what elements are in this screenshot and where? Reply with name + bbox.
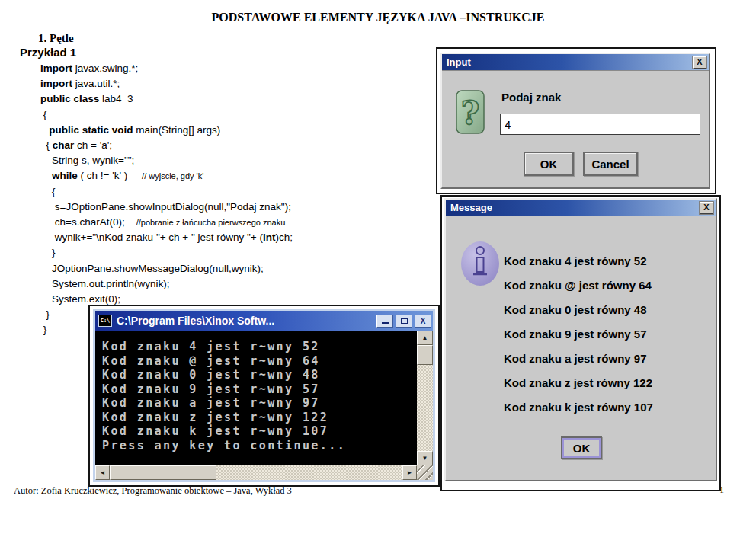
section-heading: 1. Pętle	[38, 32, 74, 45]
char-input-field[interactable]	[500, 114, 700, 135]
slide-page: PODSTAWOWE ELEMENTY JĘZYKA JAVA –INSTRUK…	[0, 0, 756, 534]
code-line: String s, wynik="";	[40, 153, 293, 168]
input-dialog-titlebar[interactable]: Input X	[442, 54, 709, 71]
message-line: Kod znaku 4 jest równy 52	[504, 254, 653, 279]
console-client-area: Kod znaku 4 jest r~wny 52Kod znaku @ jes…	[95, 331, 433, 480]
question-icon: ?	[456, 90, 485, 134]
console-line: Kod znaku 9 jest r~wny 57	[102, 382, 417, 397]
message-line: Kod znaku a jest równy 97	[504, 352, 653, 376]
svg-text:?: ?	[461, 94, 480, 132]
code-line: while ( ch != 'k' ) // wyjscie, gdy 'k'	[40, 168, 293, 184]
code-line: JOptionPane.showMessageDialog(null,wynik…	[40, 261, 293, 277]
console-line: Kod znaku a jest r~wny 97	[102, 396, 417, 411]
code-line: import java.util.*;	[40, 76, 293, 91]
scroll-down-button[interactable]: ▼	[417, 451, 433, 465]
code-line: public static void main(String[] args)	[40, 123, 293, 138]
console-titlebar[interactable]: C:\ C:\Program Files\Xinox Softw... X	[95, 311, 433, 331]
footer-author: Autor: Zofia Kruczkiewicz, Programowanie…	[14, 485, 292, 497]
vertical-scrollbar[interactable]: ▲ ▼	[417, 331, 433, 465]
code-line: import javax.swing.*;	[40, 61, 293, 76]
input-dialog: Input X ? Podaj znak OK Cancel	[440, 53, 710, 189]
horizontal-scrollbar[interactable]: ◄ ►	[95, 465, 417, 480]
code-line: public class lab4_3	[40, 91, 293, 107]
console-output: Kod znaku 4 jest r~wny 52Kod znaku @ jes…	[95, 331, 417, 465]
message-line: Kod znaku z jest równy 122	[504, 376, 653, 401]
input-ok-button[interactable]: OK	[524, 152, 574, 176]
message-text-block: Kod znaku 4 jest równy 52Kod znaku @ jes…	[504, 254, 653, 425]
console-line: Press any key to continue...	[102, 439, 417, 453]
input-cancel-button[interactable]: Cancel	[583, 152, 638, 176]
message-ok-button[interactable]: OK	[561, 436, 602, 459]
java-code-block: import javax.swing.*;import java.util.*;…	[40, 61, 293, 338]
code-line: s=JOptionPane.showInputDialog(null,"Poda…	[40, 200, 293, 215]
console-minimize-button[interactable]	[376, 315, 393, 328]
scroll-right-button[interactable]: ►	[402, 465, 417, 480]
message-dialog: Message X Kod znaku 4 jest równy 52Kod z…	[444, 198, 717, 481]
console-line: Kod znaku 4 jest r~wny 52	[102, 340, 417, 354]
message-line: Kod znaku k jest równy 107	[504, 401, 653, 425]
console-line: Kod znaku k jest r~wny 107	[102, 424, 417, 439]
maximize-icon	[401, 318, 408, 324]
message-line: Kod znaku 9 jest równy 57	[504, 328, 653, 352]
page-number: 1	[719, 484, 724, 496]
input-dialog-title: Input	[447, 56, 693, 68]
input-prompt-label: Podaj znak	[501, 91, 561, 104]
message-dialog-titlebar[interactable]: Message X	[446, 200, 716, 216]
console-close-button[interactable]: X	[415, 315, 431, 328]
code-line: wynik+="\nKod znaku "+ ch + " jest równy…	[40, 230, 293, 245]
horizontal-scroll-thumb[interactable]	[110, 465, 216, 480]
info-icon	[460, 241, 500, 286]
vertical-scroll-thumb[interactable]	[417, 345, 433, 365]
console-screenshot-frame: C:\ C:\Program Files\Xinox Softw... X Ko…	[88, 305, 440, 487]
message-dialog-close-button[interactable]: X	[700, 202, 713, 214]
minimize-icon	[382, 318, 389, 324]
code-line: {	[40, 184, 293, 200]
console-maximize-button[interactable]	[396, 315, 412, 328]
console-line: Kod znaku z jest r~wny 122	[102, 411, 417, 425]
input-dialog-close-button[interactable]: X	[693, 56, 706, 69]
page-title: PODSTAWOWE ELEMENTY JĘZYKA JAVA –INSTRUK…	[0, 11, 756, 24]
console-line: Kod znaku 0 jest r~wny 48	[102, 368, 417, 382]
code-line: ch=s.charAt(0); //pobranie z łańcucha pi…	[40, 215, 293, 230]
message-line: Kod znaku 0 jest równy 48	[504, 303, 653, 328]
console-line: Kod znaku @ jest r~wny 64	[102, 354, 417, 369]
message-dialog-screenshot-frame: Message X Kod znaku 4 jest równy 52Kod z…	[440, 195, 721, 491]
scroll-left-button[interactable]: ◄	[95, 465, 110, 480]
code-line: }	[40, 245, 293, 261]
console-title: C:\Program Files\Xinox Softw...	[112, 315, 374, 327]
code-line: {	[40, 107, 293, 123]
code-line: System.out.println(wynik);	[40, 277, 293, 292]
console-window: C:\ C:\Program Files\Xinox Softw... X Ko…	[93, 309, 435, 482]
resize-grip[interactable]	[417, 465, 433, 480]
example-heading: Przykład 1	[20, 46, 76, 59]
message-line: Kod znaku @ jest równy 64	[504, 279, 653, 303]
input-dialog-screenshot-frame: Input X ? Podaj znak OK Cancel	[436, 47, 716, 194]
message-dialog-title: Message	[450, 202, 700, 213]
horizontal-scroll-track[interactable]	[216, 465, 402, 480]
code-line: { char ch = 'a';	[40, 138, 293, 153]
scroll-up-button[interactable]: ▲	[417, 331, 433, 345]
console-app-icon: C:\	[98, 315, 112, 327]
vertical-scroll-track[interactable]	[417, 365, 433, 451]
